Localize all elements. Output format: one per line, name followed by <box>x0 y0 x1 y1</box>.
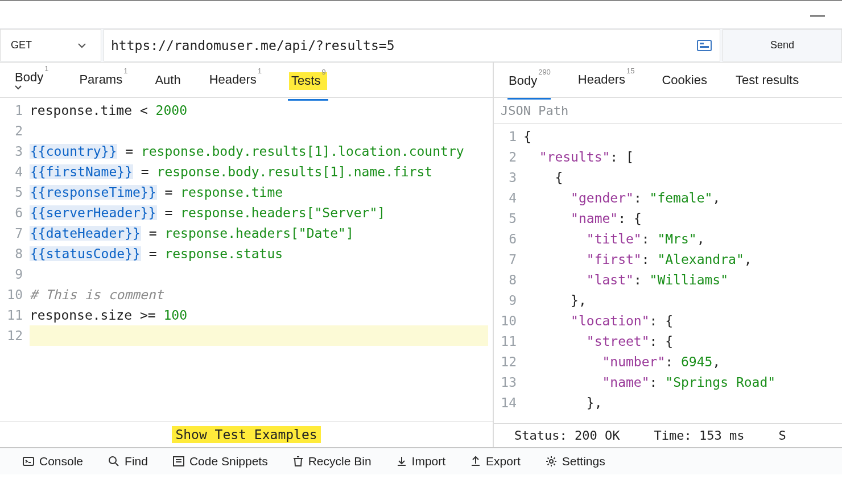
svg-rect-3 <box>23 457 34 465</box>
svg-line-6 <box>115 463 118 466</box>
bottombar-snippets[interactable]: Code Snippets <box>173 455 268 468</box>
request-pane: Body1Params1AuthHeaders1Tests9 123456789… <box>0 63 494 447</box>
bottombar-console[interactable]: Console <box>23 455 83 468</box>
request-tab-auth[interactable]: Auth <box>154 70 181 90</box>
bottombar-find[interactable]: Find <box>108 455 148 468</box>
chevron-down-icon <box>78 43 86 48</box>
response-tab-headers[interactable]: Headers15 <box>577 69 635 90</box>
request-tabs: Body1Params1AuthHeaders1Tests9 <box>0 63 493 98</box>
svg-point-16 <box>550 460 553 463</box>
response-tab-test-results[interactable]: Test results <box>734 70 800 90</box>
gear-icon <box>546 456 557 467</box>
url-text: https://randomuser.me/api/?results=5 <box>111 38 395 53</box>
bottom-toolbar: ConsoleFindCode SnippetsRecycle BinImpor… <box>0 447 842 474</box>
variables-icon[interactable] <box>697 40 712 51</box>
url-input[interactable]: https://randomuser.me/api/?results=5 <box>104 29 720 61</box>
upload-icon <box>470 456 481 467</box>
send-button[interactable]: Send <box>723 29 842 61</box>
editor-gutter: 123456789101112 <box>0 98 27 447</box>
http-method-value: GET <box>11 39 32 51</box>
request-tab-tests[interactable]: Tests9 <box>288 69 328 100</box>
tests-editor[interactable]: 123456789101112 response.time < 2000 {{c… <box>0 98 493 447</box>
bottombar-export[interactable]: Export <box>470 455 521 468</box>
svg-rect-2 <box>700 46 709 48</box>
bottombar-import[interactable]: Import <box>397 455 446 468</box>
request-tab-params[interactable]: Params1 <box>78 69 127 90</box>
trash-icon <box>293 456 303 467</box>
response-tabs: Body290Headers15CookiesTest results <box>494 63 842 98</box>
chevron-down-icon <box>15 85 51 90</box>
request-tab-headers[interactable]: Headers1 <box>208 69 262 90</box>
response-tab-body[interactable]: Body290 <box>507 71 551 99</box>
download-icon <box>397 456 407 467</box>
titlebar: — <box>0 0 842 28</box>
search-icon <box>108 456 119 467</box>
bottombar-recycle[interactable]: Recycle Bin <box>293 455 372 468</box>
editor-code[interactable]: response.time < 2000 {{country}} = respo… <box>27 98 493 447</box>
response-code: { "results": [ { "gender": "female", "na… <box>521 124 842 423</box>
response-tab-cookies[interactable]: Cookies <box>661 70 708 90</box>
console-icon <box>23 457 34 466</box>
json-path-input[interactable]: JSON Path <box>494 98 842 124</box>
svg-rect-1 <box>700 43 704 44</box>
response-gutter: 1234567891011121314 <box>494 124 521 423</box>
request-tab-body[interactable]: Body1 <box>14 67 52 93</box>
request-bar: GET https://randomuser.me/api/?results=5… <box>0 28 842 63</box>
list-icon <box>173 456 184 466</box>
http-method-select[interactable]: GET <box>0 29 101 61</box>
response-status-bar: Status: 200 OK Time: 153 ms S <box>494 423 842 447</box>
response-viewer[interactable]: 1234567891011121314 { "results": [ { "ge… <box>494 124 842 423</box>
svg-point-5 <box>109 457 116 464</box>
svg-rect-0 <box>697 40 711 51</box>
show-test-examples-link[interactable]: Show Test Examples <box>0 421 493 447</box>
response-pane: Body290Headers15CookiesTest results JSON… <box>494 63 842 447</box>
bottombar-settings[interactable]: Settings <box>546 455 605 468</box>
